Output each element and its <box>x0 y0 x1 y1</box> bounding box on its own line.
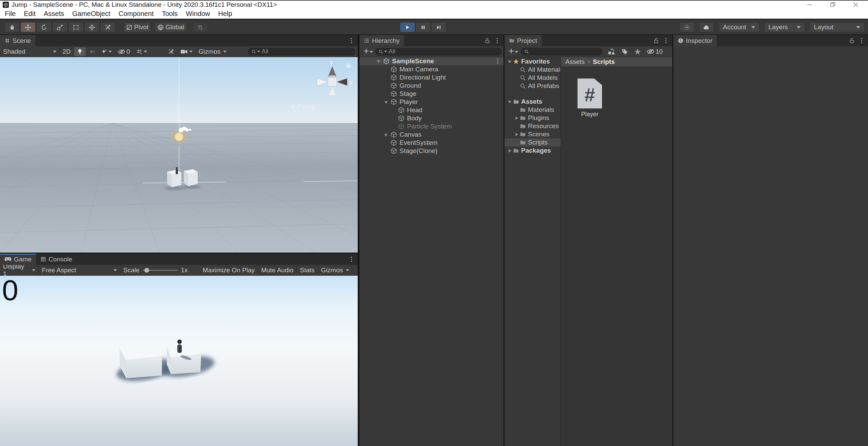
close-button[interactable] <box>852 1 859 8</box>
stats-toggle[interactable]: Stats <box>297 265 318 275</box>
asset-item-player[interactable]: # Player <box>571 79 608 118</box>
component-tools-button[interactable] <box>165 46 177 57</box>
create-object-button[interactable]: + <box>361 48 370 56</box>
unlock-icon[interactable] <box>849 38 855 44</box>
panel-menu-icon[interactable] <box>349 256 354 262</box>
restore-button[interactable] <box>829 1 836 8</box>
chevron-down-icon[interactable] <box>370 51 373 53</box>
hierarchy-row[interactable]: SampleScene <box>359 57 503 65</box>
activity-indicator-button[interactable] <box>679 22 695 32</box>
menu-component[interactable]: Component <box>114 9 158 19</box>
maximize-on-play-toggle[interactable]: Maximize On Play <box>200 265 258 275</box>
hierarchy-row[interactable]: Head <box>359 106 503 114</box>
rect-tool-button[interactable] <box>68 22 84 32</box>
hierarchy-row[interactable]: Particle System <box>359 122 503 131</box>
collapse-arrow-icon[interactable] <box>374 59 383 64</box>
scene-camera-dropdown[interactable] <box>177 46 196 57</box>
menu-assets[interactable]: Assets <box>40 9 68 19</box>
hand-tool-button[interactable] <box>4 22 20 32</box>
slider-knob[interactable] <box>144 268 149 273</box>
scale-tool-button[interactable] <box>52 22 68 32</box>
breadcrumb-root[interactable]: Assets <box>565 58 585 66</box>
collapse-arrow-icon[interactable] <box>382 100 390 104</box>
tab-hierarchy[interactable]: Hierarchy <box>359 35 404 46</box>
scene-gizmos-dropdown[interactable]: Gizmos <box>196 46 230 57</box>
project-folder-row[interactable]: All Models <box>504 74 561 82</box>
hierarchy-row[interactable]: EventSystem <box>359 139 503 147</box>
project-folder-row[interactable]: Assets <box>504 98 561 106</box>
cloud-services-button[interactable] <box>699 22 714 32</box>
game-gizmos-dropdown[interactable]: Gizmos <box>318 265 352 275</box>
global-toggle-button[interactable]: Global <box>155 22 187 32</box>
hidden-packages-toggle[interactable]: 10 <box>646 48 663 55</box>
project-folder-row[interactable]: Resources <box>504 122 561 130</box>
hierarchy-search-input[interactable]: All <box>375 48 501 55</box>
game-viewport[interactable]: 0 <box>0 276 358 446</box>
menu-file[interactable]: File <box>1 9 20 19</box>
panel-menu-icon[interactable] <box>349 38 354 44</box>
search-by-type-button[interactable] <box>607 48 616 55</box>
tab-game[interactable]: Game <box>0 254 36 265</box>
tab-scene[interactable]: Scene <box>0 35 35 46</box>
project-folder-row[interactable]: All Prefabs <box>504 82 561 90</box>
hidden-objects-toggle[interactable]: 0 <box>115 46 133 57</box>
collapse-arrow-icon[interactable] <box>506 99 513 104</box>
project-folder-row[interactable]: Packages <box>504 147 561 155</box>
collapse-arrow-icon[interactable] <box>506 59 513 64</box>
project-search-input[interactable] <box>521 48 602 55</box>
search-by-label-button[interactable] <box>621 48 628 55</box>
move-tool-button[interactable] <box>20 22 36 32</box>
chevron-down-icon[interactable] <box>515 51 518 53</box>
menu-tools[interactable]: Tools <box>158 9 182 19</box>
scene-viewport[interactable]: y x Persp <box>0 57 358 253</box>
expand-arrow-icon[interactable] <box>513 132 520 137</box>
display-dropdown[interactable]: Display 1 <box>0 265 39 275</box>
expand-arrow-icon[interactable] <box>513 116 520 120</box>
project-folder-row[interactable]: Favorites <box>504 57 561 66</box>
create-asset-button[interactable]: + <box>507 48 515 56</box>
effects-dropdown[interactable] <box>98 46 115 57</box>
tab-project[interactable]: Project <box>504 35 542 46</box>
pause-button[interactable] <box>415 22 431 32</box>
expand-arrow-icon[interactable] <box>506 148 513 153</box>
hierarchy-row[interactable]: Main Camera <box>359 65 503 73</box>
grid-visibility-dropdown[interactable] <box>133 46 150 57</box>
menu-help[interactable]: Help <box>214 9 236 19</box>
aspect-ratio-dropdown[interactable]: Free Aspect <box>39 265 120 275</box>
tab-inspector[interactable]: Inspector <box>673 35 717 46</box>
hierarchy-row[interactable]: Stage <box>359 90 503 98</box>
2d-toggle[interactable]: 2D <box>60 46 73 57</box>
unlock-icon[interactable] <box>484 38 490 44</box>
grid-snapping-button[interactable] <box>193 22 208 32</box>
play-button[interactable] <box>400 22 415 32</box>
item-menu-icon[interactable] <box>495 58 500 64</box>
hierarchy-row[interactable]: Player <box>359 98 503 106</box>
mute-audio-toggle[interactable]: Mute Audio <box>258 265 297 275</box>
project-folder-row[interactable]: Scripts <box>504 138 561 147</box>
hierarchy-row[interactable]: Canvas <box>359 131 503 139</box>
scene-lighting-toggle[interactable] <box>74 47 86 56</box>
shading-mode-dropdown[interactable]: Shaded <box>0 46 60 57</box>
tab-console[interactable]: Console <box>36 254 77 265</box>
panel-menu-icon[interactable] <box>663 38 669 44</box>
hierarchy-row[interactable]: Stage(Clone) <box>359 147 503 155</box>
minimize-button[interactable] <box>806 1 813 8</box>
layout-dropdown[interactable]: Layout <box>810 22 865 32</box>
hierarchy-row[interactable]: Ground <box>359 82 503 90</box>
step-button[interactable] <box>431 22 446 32</box>
favorites-filter-icon[interactable] <box>634 48 641 55</box>
transform-tool-button[interactable] <box>84 22 100 32</box>
panel-menu-icon[interactable] <box>859 38 865 44</box>
unlock-icon[interactable] <box>653 38 659 44</box>
layers-dropdown[interactable]: Layers <box>764 22 805 32</box>
scene-audio-toggle[interactable] <box>86 46 98 57</box>
scene-search-input[interactable]: All <box>248 48 355 55</box>
menu-edit[interactable]: Edit <box>20 9 39 19</box>
pivot-toggle-button[interactable]: Pivot <box>124 22 151 32</box>
hierarchy-row[interactable]: Directional Light <box>359 73 503 82</box>
expand-arrow-icon[interactable] <box>382 132 390 137</box>
rotate-tool-button[interactable] <box>36 22 52 32</box>
account-dropdown[interactable]: Account <box>719 22 760 32</box>
breadcrumb-current[interactable]: Scripts <box>593 58 615 66</box>
custom-tool-button[interactable] <box>100 22 116 32</box>
